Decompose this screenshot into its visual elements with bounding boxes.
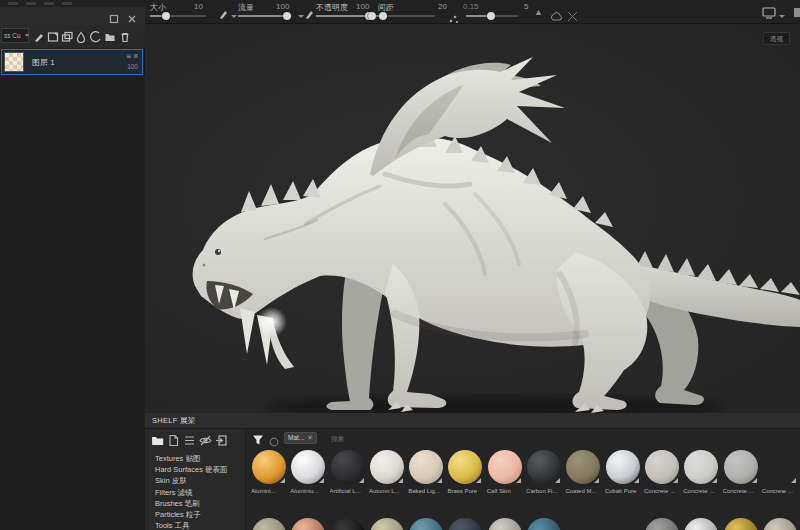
layers-panel-titlebar[interactable] (0, 7, 145, 25)
scatter-dots-icon[interactable] (449, 10, 459, 28)
material-swatch[interactable] (368, 517, 407, 530)
panel-icon[interactable] (793, 5, 800, 23)
layer-mini-icons: ⊞ ≣ (126, 52, 138, 59)
material-swatch[interactable]: Concrete ... (761, 449, 800, 499)
material-swatch[interactable] (761, 517, 800, 530)
material-swatch[interactable]: Autumn L... (368, 449, 407, 499)
triangle-icon[interactable]: ▲ (534, 7, 543, 17)
materials-row-2 (250, 517, 800, 530)
shelf-category-item[interactable]: Hard Surfaces 硬表面 (155, 464, 228, 475)
paint-brush-icon[interactable] (33, 29, 45, 41)
layer-row[interactable]: 图层 1 ⊞ ≣ 100 (1, 49, 143, 75)
mask-icon[interactable] (47, 29, 59, 41)
falloff-pen-icon[interactable] (218, 6, 229, 24)
layer-thumbnail[interactable] (4, 52, 24, 72)
material-swatch[interactable]: Alumini... (250, 449, 289, 499)
camera-mode-button[interactable]: 透视 (763, 32, 790, 45)
material-sphere (409, 518, 443, 530)
material-corner-badge (280, 478, 285, 483)
size-slider[interactable] (150, 15, 206, 17)
material-label: Concrete ... (644, 488, 682, 494)
material-corner-badge (712, 478, 717, 483)
cloud-icon[interactable] (550, 8, 563, 26)
material-swatch[interactable] (682, 517, 721, 530)
material-label: Calf Skin (487, 488, 525, 494)
material-swatch[interactable]: Concrete ... (643, 449, 682, 499)
shelf-category-item[interactable]: Filters 滤镜 (155, 487, 228, 498)
material-swatch[interactable] (604, 517, 643, 530)
list-icon[interactable] (183, 433, 196, 446)
layer-opacity-value[interactable]: 100 (127, 63, 138, 70)
material-swatch[interactable]: Concrete ... (682, 449, 721, 499)
material-swatch[interactable] (289, 517, 328, 530)
material-swatch[interactable]: Cobalt Pure (604, 449, 643, 499)
material-sphere (291, 518, 325, 530)
material-swatch[interactable] (407, 517, 446, 530)
material-sphere (370, 518, 404, 530)
material-swatch[interactable] (329, 517, 368, 530)
material-swatch[interactable]: Artificial L... (329, 449, 368, 499)
material-swatch[interactable] (446, 517, 485, 530)
material-label: Concrete ... (723, 488, 761, 494)
shelf-category-item[interactable]: Skin 皮肤 (155, 475, 228, 486)
chevron-down-icon[interactable] (779, 15, 785, 18)
material-label: Concrete ... (762, 488, 800, 494)
material-swatch[interactable]: Carbon Fi... (525, 449, 564, 499)
material-label: Carbon Fi... (526, 488, 564, 494)
material-sphere (252, 518, 286, 530)
trash-icon[interactable] (119, 29, 131, 41)
material-sphere (488, 518, 522, 530)
ratio-slider[interactable] (466, 15, 518, 17)
menu-remnant (26, 2, 36, 5)
material-label: Coated M... (565, 488, 603, 494)
material-label: Aluminiu... (290, 488, 328, 494)
opacity-slider[interactable] (316, 15, 375, 17)
shelf-category-item[interactable]: Tools 工具 (155, 520, 228, 530)
material-swatch[interactable]: Concrete ... (722, 449, 761, 499)
symmetry-icon[interactable] (567, 8, 578, 26)
material-sphere (448, 518, 482, 530)
material-swatch[interactable] (643, 517, 682, 530)
viewport-3d[interactable]: 透视 (145, 24, 800, 413)
materials-row-1: Alumini...Aluminiu...Artificial L...Autu… (250, 449, 800, 499)
falloff-pen-icon[interactable] (304, 6, 315, 24)
material-swatch[interactable] (525, 517, 564, 530)
shelf-category-item[interactable]: Brushes 笔刷 (155, 498, 228, 509)
material-swatch[interactable] (564, 517, 603, 530)
funnel-icon[interactable] (252, 432, 264, 450)
shelf-tab[interactable]: SHELF 展架 (152, 416, 196, 426)
folder-icon[interactable] (104, 29, 116, 41)
material-swatch[interactable]: Brass Pure (446, 449, 485, 499)
spacing-value: 20 (438, 2, 447, 11)
chip-close-icon[interactable]: ✕ (307, 434, 313, 441)
material-swatch[interactable]: Aluminiu... (289, 449, 328, 499)
shelf-category-item[interactable]: Textures 贴图 (155, 453, 228, 464)
adjustment-icon[interactable] (90, 29, 102, 41)
material-swatch[interactable]: Coated M... (564, 449, 603, 499)
shelf-category-item[interactable]: Particles 粒子 (155, 509, 228, 520)
material-label: Baked Lig... (408, 488, 446, 494)
material-corner-badge (791, 478, 796, 483)
menu-remnant (44, 2, 54, 5)
material-swatch[interactable]: Baked Lig... (407, 449, 446, 499)
page-icon[interactable] (167, 433, 180, 446)
material-swatch[interactable] (722, 517, 761, 530)
filter-chip[interactable]: Mat...✕ (284, 432, 317, 444)
eye-off-icon[interactable] (199, 433, 212, 446)
shelf-search-input[interactable] (331, 432, 451, 444)
import-icon[interactable] (215, 433, 228, 446)
folder-icon[interactable] (151, 433, 164, 446)
material-label: Cobalt Pure (605, 488, 643, 494)
display-icon[interactable] (762, 5, 777, 23)
material-label: Alumini... (251, 488, 289, 494)
fill-layer-icon[interactable] (75, 29, 87, 41)
flow-slider[interactable] (238, 15, 292, 17)
material-sphere (566, 518, 600, 530)
material-swatch[interactable] (250, 517, 289, 530)
smart-material-icon[interactable] (61, 29, 73, 41)
material-swatch[interactable] (486, 517, 525, 530)
spacing-slider[interactable] (371, 15, 435, 17)
material-swatch[interactable]: Calf Skin (486, 449, 525, 499)
material-label: Concrete ... (683, 488, 721, 494)
chevron-down-icon[interactable] (231, 15, 237, 18)
